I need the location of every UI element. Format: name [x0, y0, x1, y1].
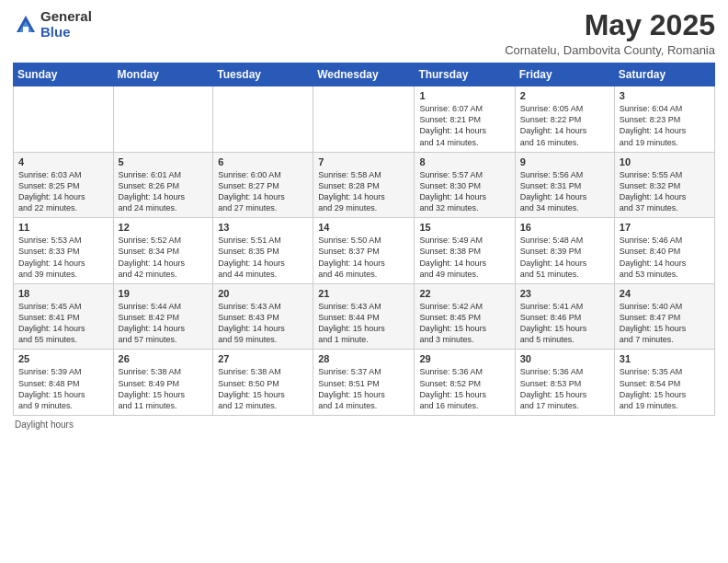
calendar-cell: 3Sunrise: 6:04 AM Sunset: 8:23 PM Daylig…	[614, 86, 714, 153]
day-number: 16	[520, 222, 609, 233]
calendar-cell: 14Sunrise: 5:50 AM Sunset: 8:37 PM Dayli…	[313, 218, 415, 284]
day-info: Sunrise: 5:49 AM Sunset: 8:38 PM Dayligh…	[419, 235, 509, 280]
day-info: Sunrise: 5:50 AM Sunset: 8:37 PM Dayligh…	[318, 235, 409, 280]
day-info: Sunrise: 5:57 AM Sunset: 8:30 PM Dayligh…	[419, 169, 509, 214]
calendar-cell	[113, 86, 213, 153]
day-info: Sunrise: 5:55 AM Sunset: 8:32 PM Dayligh…	[620, 169, 710, 214]
day-number: 31	[620, 353, 710, 364]
day-info: Sunrise: 6:01 AM Sunset: 8:26 PM Dayligh…	[119, 169, 209, 214]
calendar-week-2: 4Sunrise: 6:03 AM Sunset: 8:25 PM Daylig…	[14, 152, 715, 218]
calendar-cell: 27Sunrise: 5:38 AM Sunset: 8:50 PM Dayli…	[213, 350, 313, 416]
calendar-cell: 7Sunrise: 5:58 AM Sunset: 8:28 PM Daylig…	[313, 152, 415, 218]
weekday-header-wednesday: Wednesday	[313, 63, 415, 86]
logo: General Blue	[13, 9, 92, 40]
day-info: Sunrise: 5:52 AM Sunset: 8:34 PM Dayligh…	[119, 235, 209, 280]
day-info: Sunrise: 5:41 AM Sunset: 8:46 PM Dayligh…	[520, 301, 609, 346]
calendar-week-5: 25Sunrise: 5:39 AM Sunset: 8:48 PM Dayli…	[14, 350, 715, 416]
day-info: Sunrise: 6:03 AM Sunset: 8:25 PM Dayligh…	[18, 169, 108, 214]
day-number: 5	[119, 156, 209, 167]
calendar-cell: 19Sunrise: 5:44 AM Sunset: 8:42 PM Dayli…	[113, 283, 213, 350]
calendar-cell: 13Sunrise: 5:51 AM Sunset: 8:35 PM Dayli…	[213, 218, 313, 284]
day-number: 19	[119, 288, 209, 299]
calendar-cell	[313, 86, 415, 153]
day-info: Sunrise: 5:44 AM Sunset: 8:42 PM Dayligh…	[119, 301, 209, 346]
day-info: Sunrise: 5:39 AM Sunset: 8:48 PM Dayligh…	[18, 366, 108, 411]
day-info: Sunrise: 6:05 AM Sunset: 8:22 PM Dayligh…	[520, 103, 609, 148]
day-number: 11	[18, 222, 108, 233]
calendar-cell: 25Sunrise: 5:39 AM Sunset: 8:48 PM Dayli…	[14, 350, 114, 416]
day-info: Sunrise: 6:04 AM Sunset: 8:23 PM Dayligh…	[620, 103, 710, 148]
day-number: 10	[620, 156, 710, 167]
calendar-cell: 23Sunrise: 5:41 AM Sunset: 8:46 PM Dayli…	[515, 283, 614, 350]
day-number: 8	[419, 156, 509, 167]
day-info: Sunrise: 5:37 AM Sunset: 8:51 PM Dayligh…	[318, 366, 409, 411]
day-info: Sunrise: 5:48 AM Sunset: 8:39 PM Dayligh…	[520, 235, 609, 280]
day-number: 3	[620, 90, 710, 101]
day-info: Sunrise: 5:35 AM Sunset: 8:54 PM Dayligh…	[620, 366, 710, 411]
day-info: Sunrise: 5:38 AM Sunset: 8:49 PM Dayligh…	[119, 366, 209, 411]
subtitle: Cornatelu, Dambovita County, Romania	[505, 43, 715, 57]
calendar-cell	[14, 86, 114, 153]
day-number: 29	[419, 353, 509, 364]
calendar-week-4: 18Sunrise: 5:45 AM Sunset: 8:41 PM Dayli…	[14, 283, 715, 350]
day-number: 4	[18, 156, 108, 167]
weekday-header-row: SundayMondayTuesdayWednesdayThursdayFrid…	[14, 63, 715, 86]
calendar-cell: 4Sunrise: 6:03 AM Sunset: 8:25 PM Daylig…	[14, 152, 114, 218]
day-info: Sunrise: 5:53 AM Sunset: 8:33 PM Dayligh…	[18, 235, 108, 280]
day-info: Sunrise: 6:07 AM Sunset: 8:21 PM Dayligh…	[419, 103, 509, 148]
logo-general: General	[40, 9, 92, 25]
calendar-cell: 26Sunrise: 5:38 AM Sunset: 8:49 PM Dayli…	[113, 350, 213, 416]
day-number: 27	[218, 353, 308, 364]
day-number: 23	[520, 288, 609, 299]
svg-rect-2	[23, 27, 28, 32]
calendar-cell: 18Sunrise: 5:45 AM Sunset: 8:41 PM Dayli…	[14, 283, 114, 350]
calendar-cell: 29Sunrise: 5:36 AM Sunset: 8:52 PM Dayli…	[415, 350, 515, 416]
calendar-cell: 28Sunrise: 5:37 AM Sunset: 8:51 PM Dayli…	[313, 350, 415, 416]
day-info: Sunrise: 5:42 AM Sunset: 8:45 PM Dayligh…	[419, 301, 509, 346]
title-block: May 2025 Cornatelu, Dambovita County, Ro…	[505, 9, 715, 57]
calendar-cell: 21Sunrise: 5:43 AM Sunset: 8:44 PM Dayli…	[313, 283, 415, 350]
day-number: 30	[520, 353, 609, 364]
day-info: Sunrise: 6:00 AM Sunset: 8:27 PM Dayligh…	[218, 169, 308, 214]
calendar-cell: 12Sunrise: 5:52 AM Sunset: 8:34 PM Dayli…	[113, 218, 213, 284]
day-info: Sunrise: 5:36 AM Sunset: 8:52 PM Dayligh…	[419, 366, 509, 411]
day-number: 13	[218, 222, 308, 233]
day-number: 18	[18, 288, 108, 299]
day-number: 14	[318, 222, 409, 233]
calendar-cell: 10Sunrise: 5:55 AM Sunset: 8:32 PM Dayli…	[614, 152, 714, 218]
day-info: Sunrise: 5:40 AM Sunset: 8:47 PM Dayligh…	[620, 301, 710, 346]
day-info: Sunrise: 5:56 AM Sunset: 8:31 PM Dayligh…	[520, 169, 609, 214]
footer: Daylight hours	[13, 419, 715, 430]
calendar-week-3: 11Sunrise: 5:53 AM Sunset: 8:33 PM Dayli…	[14, 218, 715, 284]
day-info: Sunrise: 5:38 AM Sunset: 8:50 PM Dayligh…	[218, 366, 308, 411]
calendar-cell: 16Sunrise: 5:48 AM Sunset: 8:39 PM Dayli…	[515, 218, 614, 284]
day-number: 15	[419, 222, 509, 233]
calendar-cell: 8Sunrise: 5:57 AM Sunset: 8:30 PM Daylig…	[415, 152, 515, 218]
calendar-cell: 2Sunrise: 6:05 AM Sunset: 8:22 PM Daylig…	[515, 86, 614, 153]
day-info: Sunrise: 5:58 AM Sunset: 8:28 PM Dayligh…	[318, 169, 409, 214]
day-number: 1	[419, 90, 509, 101]
weekday-header-thursday: Thursday	[415, 63, 515, 86]
weekday-header-monday: Monday	[113, 63, 213, 86]
day-number: 25	[18, 353, 108, 364]
page: General Blue May 2025 Cornatelu, Dambovi…	[0, 0, 728, 563]
day-number: 2	[520, 90, 609, 101]
day-number: 17	[620, 222, 710, 233]
day-number: 26	[119, 353, 209, 364]
calendar-cell	[213, 86, 313, 153]
day-number: 20	[218, 288, 308, 299]
header: General Blue May 2025 Cornatelu, Dambovi…	[13, 9, 715, 57]
day-number: 9	[520, 156, 609, 167]
calendar-cell: 15Sunrise: 5:49 AM Sunset: 8:38 PM Dayli…	[415, 218, 515, 284]
footer-text: Daylight hours	[15, 419, 74, 430]
day-number: 22	[419, 288, 509, 299]
calendar-cell: 24Sunrise: 5:40 AM Sunset: 8:47 PM Dayli…	[614, 283, 714, 350]
calendar: SundayMondayTuesdayWednesdayThursdayFrid…	[13, 63, 715, 416]
day-info: Sunrise: 5:43 AM Sunset: 8:43 PM Dayligh…	[218, 301, 308, 346]
day-number: 12	[119, 222, 209, 233]
calendar-cell: 9Sunrise: 5:56 AM Sunset: 8:31 PM Daylig…	[515, 152, 614, 218]
calendar-cell: 20Sunrise: 5:43 AM Sunset: 8:43 PM Dayli…	[213, 283, 313, 350]
calendar-cell: 11Sunrise: 5:53 AM Sunset: 8:33 PM Dayli…	[14, 218, 114, 284]
calendar-cell: 30Sunrise: 5:36 AM Sunset: 8:53 PM Dayli…	[515, 350, 614, 416]
main-title: May 2025	[505, 9, 715, 41]
